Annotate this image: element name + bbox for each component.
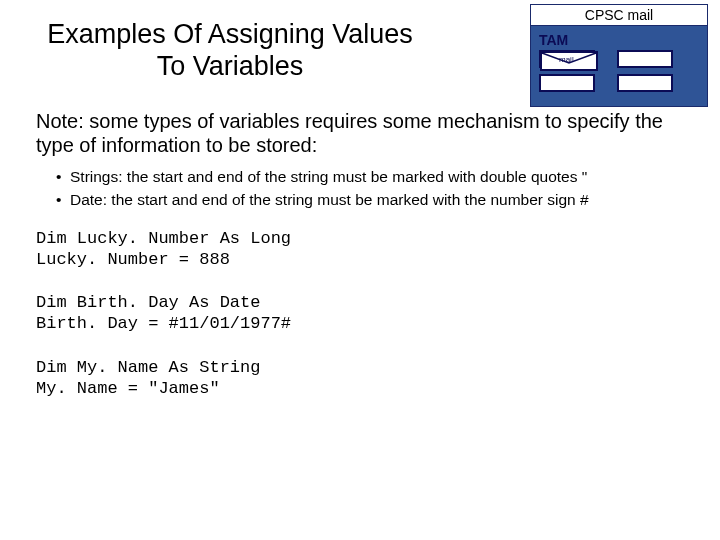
bullet-item: Strings: the start and end of the string… <box>56 167 684 186</box>
slide-title: Examples Of Assigning Values To Variable… <box>30 18 430 83</box>
envelope-cell: mail <box>539 50 595 68</box>
empty-cell <box>617 50 673 68</box>
empty-cell <box>617 74 673 92</box>
sidebar-diagram: CPSC mail TAM mail <box>530 4 708 107</box>
code-block-3: Dim My. Name As String My. Name = "James… <box>36 357 684 400</box>
cpsc-mail-label: CPSC mail <box>531 5 707 26</box>
tam-label: TAM <box>539 32 707 48</box>
code-block-2: Dim Birth. Day As Date Birth. Day = #11/… <box>36 292 684 335</box>
bullet-item: Date: the start and end of the string mu… <box>56 190 684 209</box>
empty-cell <box>539 74 595 92</box>
code-block-1: Dim Lucky. Number As Long Lucky. Number … <box>36 228 684 271</box>
mail-label: mail <box>559 55 574 64</box>
bullet-list: Strings: the start and end of the string… <box>56 167 684 210</box>
note-paragraph: Note: some types of variables requires s… <box>36 109 684 157</box>
